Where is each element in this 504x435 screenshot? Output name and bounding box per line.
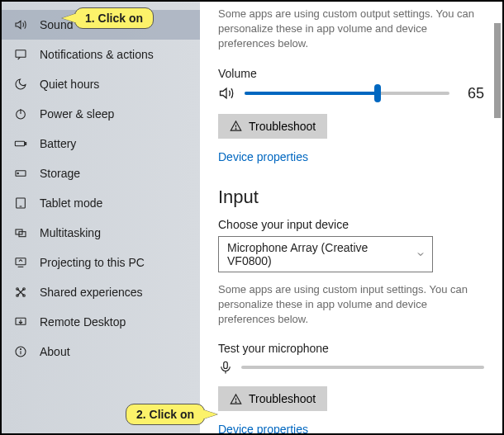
sidebar-item-label: Projecting to this PC [40, 256, 145, 269]
annotation-callout-1: 1. Click on [74, 7, 154, 29]
tablet-icon [13, 196, 28, 210]
battery-icon [13, 136, 28, 151]
sidebar-item-label: Multitasking [40, 226, 101, 239]
microphone-icon [218, 360, 233, 375]
sidebar-item-tablet-mode[interactable]: Tablet mode [2, 188, 200, 218]
volume-slider-thumb[interactable] [374, 84, 381, 102]
main-scrollbar[interactable] [492, 2, 501, 433]
remote-icon [13, 314, 28, 329]
warning-icon [230, 120, 242, 132]
device-properties-output-link[interactable]: Device properties [218, 150, 308, 163]
svg-rect-2 [15, 141, 24, 145]
warning-icon [230, 393, 242, 405]
sidebar-item-shared-exp[interactable]: Shared experiences [2, 277, 200, 307]
message-icon [13, 47, 28, 62]
sidebar-item-power-sleep[interactable]: Power & sleep [2, 99, 200, 129]
sidebar-item-battery[interactable]: Battery [2, 129, 200, 158]
sidebar-item-label: Shared experiences [40, 286, 143, 299]
speaker-icon [13, 17, 28, 32]
main-content: Some apps are using custom output settin… [200, 2, 502, 433]
svg-point-24 [235, 401, 236, 402]
moon-icon [13, 77, 28, 92]
sidebar: Sound Notifications & actions Quiet hour… [2, 2, 200, 433]
troubleshoot-input-button[interactable]: Troubleshoot [218, 386, 327, 411]
volume-slider[interactable] [245, 92, 449, 95]
multitask-icon [13, 225, 28, 240]
choose-input-label: Choose your input device [218, 218, 484, 231]
svg-rect-10 [16, 258, 26, 265]
annotation-callout-2: 2. Click on [126, 404, 205, 425]
project-icon [13, 255, 28, 270]
chevron-down-icon [416, 249, 426, 259]
mic-level-bar [241, 366, 484, 369]
sidebar-item-label: Remote Desktop [40, 315, 126, 329]
input-hint-text: Some apps are using custom input setting… [218, 282, 484, 328]
output-hint-text: Some apps are using custom output settin… [218, 7, 484, 52]
device-properties-input-link[interactable]: Device properties [218, 423, 308, 433]
svg-point-5 [17, 173, 18, 173]
sidebar-item-label: Tablet mode [40, 196, 102, 210]
info-icon [13, 344, 28, 359]
svg-rect-3 [25, 143, 26, 145]
input-device-dropdown[interactable]: Microphone Array (Creative VF0800) [218, 236, 433, 272]
test-mic-label: Test your microphone [218, 342, 484, 355]
svg-rect-0 [16, 50, 26, 58]
volume-value: 65 [459, 85, 484, 102]
input-heading: Input [218, 187, 484, 208]
share-icon [13, 285, 28, 300]
sidebar-item-label: Storage [40, 167, 80, 180]
power-icon [13, 106, 28, 121]
volume-label: Volume [218, 67, 484, 80]
sidebar-item-remote-desktop[interactable]: Remote Desktop [2, 307, 200, 337]
scrollbar-thumb[interactable] [494, 23, 501, 118]
sidebar-item-label: Quiet hours [40, 78, 99, 91]
sidebar-item-label: Power & sleep [40, 107, 114, 121]
sidebar-item-projecting[interactable]: Projecting to this PC [2, 248, 200, 277]
sidebar-item-label: About [40, 345, 70, 358]
storage-icon [13, 166, 28, 181]
sidebar-item-label: Notifications & actions [40, 48, 154, 61]
sidebar-item-storage[interactable]: Storage [2, 158, 200, 188]
speaker-volume-icon [218, 85, 235, 102]
sidebar-item-about[interactable]: About [2, 337, 200, 366]
input-device-selected: Microphone Array (Creative VF0800) [227, 241, 368, 267]
svg-point-20 [235, 129, 236, 130]
sidebar-item-label: Battery [40, 137, 76, 150]
svg-point-18 [20, 348, 21, 349]
troubleshoot-output-button[interactable]: Troubleshoot [218, 114, 327, 139]
sidebar-item-multitasking[interactable]: Multitasking [2, 218, 200, 248]
svg-rect-21 [224, 362, 228, 368]
sidebar-item-quiet-hours[interactable]: Quiet hours [2, 69, 200, 99]
sidebar-item-notifications[interactable]: Notifications & actions [2, 40, 200, 69]
